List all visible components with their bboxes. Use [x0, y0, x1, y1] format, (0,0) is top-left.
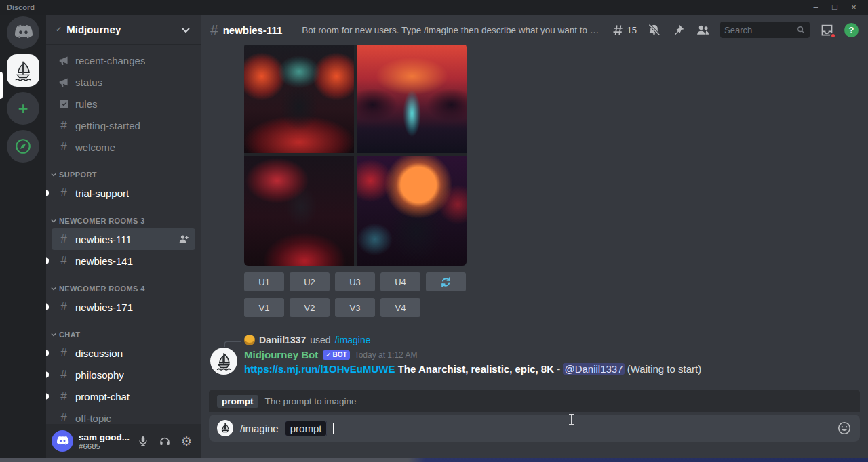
- generated-image-1[interactable]: [244, 45, 354, 153]
- channel-discussion[interactable]: # discussion: [52, 342, 195, 364]
- channel-list: recent-changes status rules # getting-st…: [46, 45, 201, 424]
- hash-icon: #: [57, 411, 71, 424]
- explore-servers-button[interactable]: [7, 130, 39, 163]
- prompt-param-field[interactable]: prompt: [285, 421, 328, 436]
- variation-3-button[interactable]: V3: [335, 298, 375, 317]
- notification-settings-button[interactable]: [647, 23, 661, 37]
- channel-newbies-141[interactable]: # newbies-141: [52, 250, 195, 272]
- text-cursor: [333, 423, 334, 434]
- channel-status[interactable]: status: [52, 71, 195, 93]
- section-chat[interactable]: CHAT: [46, 327, 201, 342]
- variation-4-button[interactable]: V4: [380, 298, 420, 317]
- channel-header: # newbies-111 Bot room for new users. Ty…: [201, 15, 868, 45]
- divider: [292, 22, 292, 37]
- gear-icon: ⚙: [180, 435, 192, 448]
- channel-off-topic[interactable]: # off-topic: [52, 407, 195, 424]
- channel-rules[interactable]: rules: [52, 93, 195, 114]
- upscale-4-button[interactable]: U4: [380, 272, 420, 291]
- section-label: NEWCOMER ROOMS 3: [59, 217, 145, 225]
- home-button[interactable]: [7, 16, 39, 49]
- section-newcomer-rooms-4[interactable]: NEWCOMER ROOMS 4: [46, 281, 201, 296]
- param-name[interactable]: prompt: [217, 395, 258, 408]
- close-button[interactable]: ×: [845, 1, 863, 14]
- command-reply-context: Daniil1337 used /imagine: [244, 335, 371, 345]
- generated-image-grid[interactable]: [244, 45, 467, 266]
- member-list-button[interactable]: [696, 23, 710, 37]
- channel-newbies-111[interactable]: # newbies-111: [52, 228, 195, 250]
- channel-label: status: [75, 77, 102, 88]
- command-param-popup[interactable]: prompt The prompt to imagine: [209, 390, 860, 412]
- channel-prompt-chat[interactable]: # prompt-chat: [52, 385, 195, 407]
- dash-text: -: [557, 363, 560, 375]
- section-newcomer-rooms-3[interactable]: NEWCOMER ROOMS 3: [46, 213, 201, 228]
- upscale-3-button[interactable]: U3: [335, 272, 375, 291]
- channel-getting-started[interactable]: # getting-started: [52, 114, 195, 136]
- param-description: The prompt to imagine: [265, 396, 357, 406]
- pinned-messages-button[interactable]: [671, 23, 686, 37]
- server-dropdown-header[interactable]: ✓ Midjourney: [46, 15, 201, 45]
- pin-icon: [671, 23, 686, 37]
- channel-welcome[interactable]: # welcome: [52, 136, 195, 158]
- channel-topic[interactable]: Bot room for new users. Type /imagine th…: [302, 25, 600, 35]
- thread-count: 15: [627, 25, 637, 35]
- discord-app-window: Discord – □ × +: [0, 0, 868, 462]
- channel-title: newbies-111: [223, 24, 283, 36]
- variation-2-button[interactable]: V2: [290, 298, 330, 317]
- bot-author-name[interactable]: Midjourney Bot: [244, 349, 318, 360]
- section-support[interactable]: SUPPORT: [46, 167, 201, 182]
- deafen-button[interactable]: [156, 432, 174, 450]
- search-input[interactable]: [724, 25, 796, 35]
- smiley-icon: [837, 421, 852, 436]
- user-settings-button[interactable]: ⚙: [178, 432, 195, 450]
- inbox-button[interactable]: [820, 23, 834, 37]
- reply-username[interactable]: Daniil1337: [259, 335, 306, 345]
- upscale-1-button[interactable]: U1: [244, 272, 284, 291]
- user-discriminator: #6685: [79, 442, 134, 450]
- mute-mic-button[interactable]: [134, 432, 152, 450]
- hash-icon: #: [57, 346, 71, 360]
- search-bar[interactable]: [720, 22, 810, 38]
- channel-label: newbies-141: [75, 255, 133, 267]
- reroll-button[interactable]: [426, 272, 466, 291]
- channel-newbies-171[interactable]: # newbies-171: [52, 296, 195, 318]
- user-actions: ⚙: [134, 432, 195, 450]
- command-link[interactable]: /imagine: [335, 335, 371, 345]
- members-icon: [696, 23, 710, 37]
- emoji-picker-button[interactable]: [837, 421, 852, 436]
- add-server-button[interactable]: +: [7, 92, 39, 125]
- user-mention[interactable]: @Daniil1337: [563, 363, 624, 375]
- channel-recent-changes[interactable]: recent-changes: [52, 49, 195, 71]
- generated-image-4[interactable]: [357, 156, 467, 266]
- message-input-bar[interactable]: /imagine prompt: [209, 415, 860, 442]
- badge-check-icon: ✓: [326, 351, 331, 358]
- chevron-down-icon: [50, 285, 57, 292]
- maximize-button[interactable]: □: [826, 1, 844, 14]
- job-link[interactable]: https://s.mj.run/l1OHvEuMUWE: [244, 363, 395, 375]
- create-invite-icon[interactable]: [178, 233, 190, 245]
- refresh-icon: [439, 276, 452, 289]
- bot-command-avatar: [217, 420, 233, 436]
- channel-trial-support[interactable]: # trial-support: [52, 182, 195, 204]
- window-titlebar: Discord – □ ×: [0, 0, 868, 15]
- window-title: Discord: [7, 3, 35, 12]
- minimize-button[interactable]: –: [807, 1, 825, 14]
- channel-philosophy[interactable]: # philosophy: [52, 364, 195, 385]
- variation-1-button[interactable]: V1: [244, 298, 284, 317]
- verified-check-icon: ✓: [56, 25, 62, 34]
- active-command-label: /imagine: [240, 423, 279, 434]
- generated-image-2[interactable]: [357, 45, 467, 153]
- avatar: [244, 335, 255, 345]
- avatar[interactable]: [210, 348, 237, 375]
- threads-button[interactable]: 15: [611, 23, 637, 37]
- user-info[interactable]: sam good... #6685: [79, 432, 134, 450]
- upscale-2-button[interactable]: U2: [290, 272, 330, 291]
- server-icon-midjourney[interactable]: [7, 54, 39, 87]
- bot-badge: ✓ BOT: [323, 350, 350, 360]
- generated-image-3[interactable]: [244, 156, 354, 266]
- help-button[interactable]: ?: [844, 23, 859, 37]
- sailboat-icon: [219, 422, 231, 434]
- channel-label: newbies-111: [75, 234, 132, 245]
- hash-icon: #: [57, 140, 71, 154]
- avatar[interactable]: [52, 430, 73, 452]
- channel-label: recent-changes: [75, 55, 145, 66]
